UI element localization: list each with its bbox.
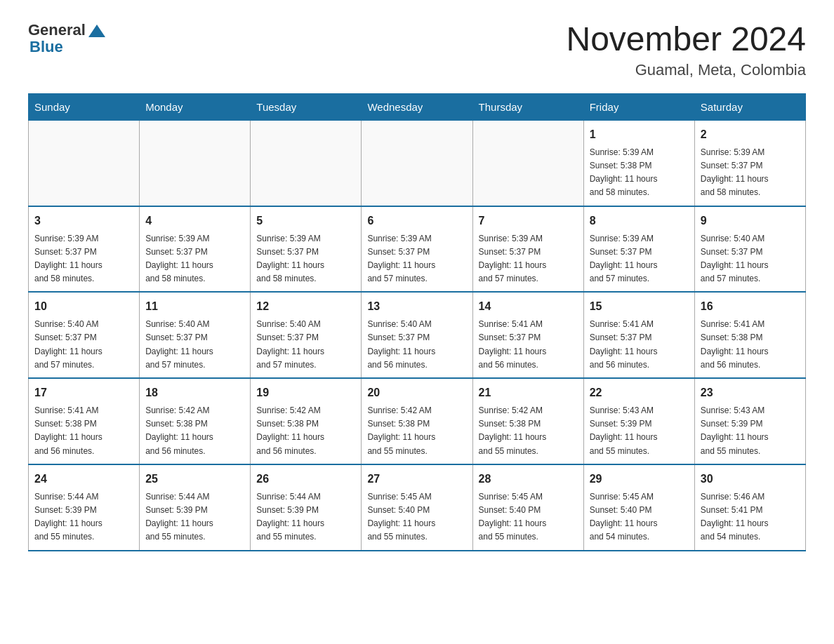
calendar-day-cell: 10Sunrise: 5:40 AMSunset: 5:37 PMDayligh… [29,292,140,378]
calendar-week-row: 10Sunrise: 5:40 AMSunset: 5:37 PMDayligh… [29,292,806,378]
calendar-day-cell: 3Sunrise: 5:39 AMSunset: 5:37 PMDaylight… [29,206,140,293]
calendar-day-cell [472,120,583,206]
day-number: 21 [479,384,578,401]
day-number: 19 [256,384,355,401]
title-block: November 2024 Guamal, Meta, Colombia [566,21,806,79]
calendar-day-cell: 11Sunrise: 5:40 AMSunset: 5:37 PMDayligh… [140,292,251,378]
calendar-day-cell: 21Sunrise: 5:42 AMSunset: 5:38 PMDayligh… [472,378,583,464]
day-number: 13 [367,298,466,315]
calendar-day-cell: 9Sunrise: 5:40 AMSunset: 5:37 PMDaylight… [694,206,805,293]
day-number: 15 [590,298,689,315]
calendar-day-cell [29,120,140,206]
day-info: Sunrise: 5:39 AMSunset: 5:37 PMDaylight:… [479,232,578,286]
day-info: Sunrise: 5:39 AMSunset: 5:38 PMDaylight:… [590,146,689,200]
calendar-day-cell: 28Sunrise: 5:45 AMSunset: 5:40 PMDayligh… [472,464,583,551]
calendar-day-cell: 4Sunrise: 5:39 AMSunset: 5:37 PMDaylight… [140,206,251,293]
calendar-day-cell: 8Sunrise: 5:39 AMSunset: 5:37 PMDaylight… [583,206,694,293]
day-info: Sunrise: 5:43 AMSunset: 5:39 PMDaylight:… [701,404,800,458]
day-number: 23 [701,384,800,401]
calendar-day-cell: 19Sunrise: 5:42 AMSunset: 5:38 PMDayligh… [251,378,362,464]
calendar-day-cell: 13Sunrise: 5:40 AMSunset: 5:37 PMDayligh… [362,292,472,378]
day-info: Sunrise: 5:41 AMSunset: 5:38 PMDaylight:… [701,318,800,372]
logo-blue-text: Blue [29,38,105,56]
day-info: Sunrise: 5:41 AMSunset: 5:37 PMDaylight:… [590,318,689,372]
day-of-week-header: Friday [583,93,694,120]
calendar-table: SundayMondayTuesdayWednesdayThursdayFrid… [28,93,806,551]
day-info: Sunrise: 5:45 AMSunset: 5:40 PMDaylight:… [479,490,578,544]
day-info: Sunrise: 5:40 AMSunset: 5:37 PMDaylight:… [34,318,133,372]
day-number: 12 [256,298,355,315]
calendar-week-row: 3Sunrise: 5:39 AMSunset: 5:37 PMDaylight… [29,206,806,293]
calendar-day-cell: 25Sunrise: 5:44 AMSunset: 5:39 PMDayligh… [140,464,251,551]
calendar-day-cell: 17Sunrise: 5:41 AMSunset: 5:38 PMDayligh… [29,378,140,464]
day-info: Sunrise: 5:46 AMSunset: 5:41 PMDaylight:… [701,490,800,544]
day-number: 1 [590,126,689,143]
calendar-week-row: 24Sunrise: 5:44 AMSunset: 5:39 PMDayligh… [29,464,806,551]
day-info: Sunrise: 5:39 AMSunset: 5:37 PMDaylight:… [590,232,689,286]
calendar-body: 1Sunrise: 5:39 AMSunset: 5:38 PMDaylight… [29,120,806,550]
day-info: Sunrise: 5:40 AMSunset: 5:37 PMDaylight:… [367,318,466,372]
calendar-day-cell: 29Sunrise: 5:45 AMSunset: 5:40 PMDayligh… [583,464,694,551]
page-header: General Blue November 2024 Guamal, Meta,… [28,21,806,79]
day-info: Sunrise: 5:44 AMSunset: 5:39 PMDaylight:… [256,490,355,544]
day-info: Sunrise: 5:42 AMSunset: 5:38 PMDaylight:… [256,404,355,458]
day-number: 18 [145,384,244,401]
day-number: 3 [34,213,133,229]
day-of-week-header: Thursday [472,93,583,120]
day-info: Sunrise: 5:42 AMSunset: 5:38 PMDaylight:… [145,404,244,458]
day-number: 6 [367,213,466,229]
calendar-week-row: 17Sunrise: 5:41 AMSunset: 5:38 PMDayligh… [29,378,806,464]
day-number: 5 [256,213,355,229]
day-info: Sunrise: 5:45 AMSunset: 5:40 PMDaylight:… [590,490,689,544]
day-number: 17 [34,384,133,401]
day-info: Sunrise: 5:41 AMSunset: 5:37 PMDaylight:… [479,318,578,372]
calendar-day-cell: 27Sunrise: 5:45 AMSunset: 5:40 PMDayligh… [362,464,472,551]
day-number: 28 [479,471,578,488]
day-info: Sunrise: 5:42 AMSunset: 5:38 PMDaylight:… [479,404,578,458]
day-of-week-header: Wednesday [362,93,472,120]
calendar-day-cell: 7Sunrise: 5:39 AMSunset: 5:37 PMDaylight… [472,206,583,293]
calendar-day-cell: 2Sunrise: 5:39 AMSunset: 5:37 PMDaylight… [694,120,805,206]
calendar-day-cell: 26Sunrise: 5:44 AMSunset: 5:39 PMDayligh… [251,464,362,551]
day-of-week-header: Sunday [29,93,140,120]
calendar-day-cell [251,120,362,206]
day-number: 30 [701,471,800,488]
calendar-day-cell [362,120,472,206]
calendar-title: November 2024 [566,21,806,58]
day-info: Sunrise: 5:44 AMSunset: 5:39 PMDaylight:… [145,490,244,544]
calendar-day-cell: 20Sunrise: 5:42 AMSunset: 5:38 PMDayligh… [362,378,472,464]
day-info: Sunrise: 5:39 AMSunset: 5:37 PMDaylight:… [145,232,244,286]
day-number: 16 [701,298,800,315]
day-of-week-header: Monday [140,93,251,120]
calendar-day-cell: 6Sunrise: 5:39 AMSunset: 5:37 PMDaylight… [362,206,472,293]
calendar-day-cell: 1Sunrise: 5:39 AMSunset: 5:38 PMDaylight… [583,120,694,206]
day-info: Sunrise: 5:39 AMSunset: 5:37 PMDaylight:… [701,146,800,200]
day-number: 4 [145,213,244,229]
day-info: Sunrise: 5:39 AMSunset: 5:37 PMDaylight:… [367,232,466,286]
day-number: 8 [590,213,689,229]
calendar-week-row: 1Sunrise: 5:39 AMSunset: 5:38 PMDaylight… [29,120,806,206]
calendar-day-cell: 23Sunrise: 5:43 AMSunset: 5:39 PMDayligh… [694,378,805,464]
day-number: 14 [479,298,578,315]
logo: General Blue [28,21,105,56]
day-number: 11 [145,298,244,315]
day-number: 25 [145,471,244,488]
logo-triangle-icon [88,25,105,37]
calendar-day-cell: 5Sunrise: 5:39 AMSunset: 5:37 PMDaylight… [251,206,362,293]
day-number: 9 [701,213,800,229]
day-number: 26 [256,471,355,488]
day-number: 24 [34,471,133,488]
day-info: Sunrise: 5:42 AMSunset: 5:38 PMDaylight:… [367,404,466,458]
calendar-day-cell: 22Sunrise: 5:43 AMSunset: 5:39 PMDayligh… [583,378,694,464]
day-info: Sunrise: 5:40 AMSunset: 5:37 PMDaylight:… [145,318,244,372]
day-info: Sunrise: 5:45 AMSunset: 5:40 PMDaylight:… [367,490,466,544]
day-info: Sunrise: 5:39 AMSunset: 5:37 PMDaylight:… [34,232,133,286]
day-of-week-header: Saturday [694,93,805,120]
day-info: Sunrise: 5:43 AMSunset: 5:39 PMDaylight:… [590,404,689,458]
day-number: 22 [590,384,689,401]
day-number: 29 [590,471,689,488]
day-number: 20 [367,384,466,401]
day-info: Sunrise: 5:41 AMSunset: 5:38 PMDaylight:… [34,404,133,458]
day-info: Sunrise: 5:39 AMSunset: 5:37 PMDaylight:… [256,232,355,286]
logo-general-text: General [28,21,86,39]
